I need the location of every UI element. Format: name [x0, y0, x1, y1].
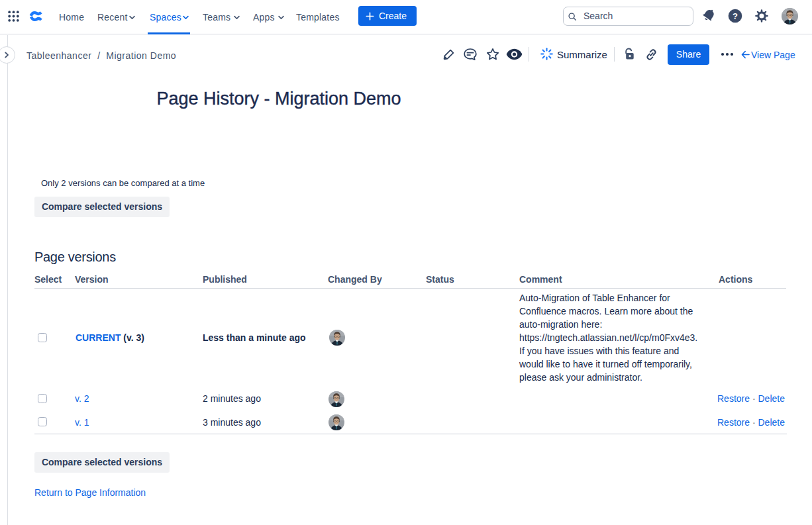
svg-text:?: ?	[733, 11, 738, 21]
